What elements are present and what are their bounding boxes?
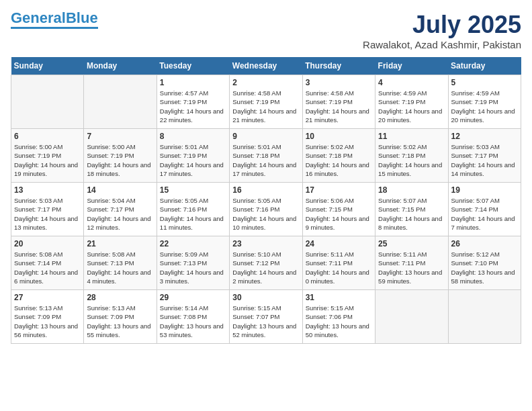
calendar-cell [448,290,521,344]
day-number: 6 [14,132,81,141]
calendar-cell: 20Sunrise: 5:08 AMSunset: 7:14 PMDayligh… [11,236,84,290]
cell-details: Sunrise: 4:59 AMSunset: 7:19 PMDaylight:… [378,89,445,124]
cell-details: Sunrise: 5:15 AMSunset: 7:06 PMDaylight:… [306,304,372,339]
calendar-cell: 5Sunrise: 4:59 AMSunset: 7:19 PMDaylight… [448,75,521,129]
day-number: 8 [160,132,226,141]
cell-details: Sunrise: 5:11 AMSunset: 7:11 PMDaylight:… [378,250,445,285]
logo-underline [11,27,98,29]
header-cell-saturday: Saturday [448,57,521,75]
cell-details: Sunrise: 5:00 AMSunset: 7:19 PMDaylight:… [87,142,153,178]
day-number: 14 [87,185,153,195]
logo-text: GeneralBlue [11,11,98,26]
cell-details: Sunrise: 5:08 AMSunset: 7:14 PMDaylight:… [14,250,81,285]
calendar-cell: 15Sunrise: 5:05 AMSunset: 7:16 PMDayligh… [157,183,229,236]
title-area: July 2025 Rawalakot, Azad Kashmir, Pakis… [363,11,521,50]
calendar-cell: 31Sunrise: 5:15 AMSunset: 7:06 PMDayligh… [302,290,375,344]
calendar-cell [375,290,448,344]
cell-details: Sunrise: 5:00 AMSunset: 7:19 PMDaylight:… [14,142,81,178]
calendar-cell: 7Sunrise: 5:00 AMSunset: 7:19 PMDaylight… [84,129,157,183]
week-row-2: 6Sunrise: 5:00 AMSunset: 7:19 PMDaylight… [11,129,521,183]
cell-details: Sunrise: 5:02 AMSunset: 7:18 PMDaylight:… [306,142,372,178]
calendar-body: 1Sunrise: 4:57 AMSunset: 7:19 PMDaylight… [11,75,521,344]
cell-details: Sunrise: 5:11 AMSunset: 7:11 PMDaylight:… [306,250,372,285]
day-number: 5 [451,78,518,87]
day-number: 3 [306,78,372,87]
calendar-cell: 24Sunrise: 5:11 AMSunset: 7:11 PMDayligh… [302,236,375,290]
calendar-cell: 8Sunrise: 5:01 AMSunset: 7:19 PMDaylight… [157,129,229,183]
cell-details: Sunrise: 4:57 AMSunset: 7:19 PMDaylight:… [160,89,226,124]
cell-details: Sunrise: 5:02 AMSunset: 7:18 PMDaylight:… [378,142,445,178]
cell-details: Sunrise: 5:01 AMSunset: 7:19 PMDaylight:… [160,142,226,178]
cell-details: Sunrise: 5:10 AMSunset: 7:12 PMDaylight:… [232,250,299,285]
day-number: 2 [232,78,299,87]
calendar-cell: 9Sunrise: 5:01 AMSunset: 7:18 PMDaylight… [230,129,302,183]
day-number: 21 [87,239,153,248]
cell-details: Sunrise: 5:04 AMSunset: 7:17 PMDaylight:… [87,196,153,232]
week-row-3: 13Sunrise: 5:03 AMSunset: 7:17 PMDayligh… [11,183,521,236]
header-cell-wednesday: Wednesday [230,57,302,75]
cell-details: Sunrise: 5:07 AMSunset: 7:15 PMDaylight:… [378,196,445,232]
day-number: 24 [306,239,372,248]
header-cell-tuesday: Tuesday [157,57,229,75]
cell-details: Sunrise: 5:03 AMSunset: 7:17 PMDaylight:… [14,196,81,232]
day-number: 23 [232,239,299,248]
day-number: 27 [14,293,81,302]
day-number: 18 [378,185,445,195]
cell-details: Sunrise: 4:59 AMSunset: 7:19 PMDaylight:… [451,89,518,124]
calendar-cell: 18Sunrise: 5:07 AMSunset: 7:15 PMDayligh… [375,183,448,236]
cell-details: Sunrise: 5:15 AMSunset: 7:07 PMDaylight:… [232,304,299,339]
day-number: 26 [451,239,518,248]
day-number: 9 [232,132,299,141]
calendar-cell: 12Sunrise: 5:03 AMSunset: 7:17 PMDayligh… [448,129,521,183]
cell-details: Sunrise: 5:06 AMSunset: 7:15 PMDaylight:… [306,196,372,232]
cell-details: Sunrise: 5:13 AMSunset: 7:09 PMDaylight:… [87,304,153,339]
day-number: 30 [232,293,299,302]
day-number: 28 [87,293,153,302]
logo: GeneralBlue [11,11,98,29]
day-number: 22 [160,239,226,248]
calendar-cell: 11Sunrise: 5:02 AMSunset: 7:18 PMDayligh… [375,129,448,183]
calendar-cell: 26Sunrise: 5:12 AMSunset: 7:10 PMDayligh… [448,236,521,290]
logo-blue: Blue [66,9,98,26]
calendar-cell: 25Sunrise: 5:11 AMSunset: 7:11 PMDayligh… [375,236,448,290]
header-cell-sunday: Sunday [11,57,84,75]
day-number: 16 [232,185,299,195]
cell-details: Sunrise: 5:09 AMSunset: 7:13 PMDaylight:… [160,250,226,285]
calendar-cell: 10Sunrise: 5:02 AMSunset: 7:18 PMDayligh… [302,129,375,183]
month-year: July 2025 [363,11,521,39]
day-number: 11 [378,132,445,141]
calendar-cell: 23Sunrise: 5:10 AMSunset: 7:12 PMDayligh… [230,236,302,290]
day-number: 13 [14,185,81,195]
header-cell-friday: Friday [375,57,448,75]
header-row: SundayMondayTuesdayWednesdayThursdayFrid… [11,57,521,75]
day-number: 10 [306,132,372,141]
day-number: 29 [160,293,226,302]
cell-details: Sunrise: 5:14 AMSunset: 7:08 PMDaylight:… [160,304,226,339]
day-number: 15 [160,185,226,195]
cell-details: Sunrise: 5:13 AMSunset: 7:09 PMDaylight:… [14,304,81,339]
cell-details: Sunrise: 5:05 AMSunset: 7:16 PMDaylight:… [232,196,299,232]
week-row-1: 1Sunrise: 4:57 AMSunset: 7:19 PMDaylight… [11,75,521,129]
cell-details: Sunrise: 4:58 AMSunset: 7:19 PMDaylight:… [306,89,372,124]
cell-details: Sunrise: 5:08 AMSunset: 7:13 PMDaylight:… [87,250,153,285]
calendar-cell: 29Sunrise: 5:14 AMSunset: 7:08 PMDayligh… [157,290,229,344]
day-number: 20 [14,239,81,248]
week-row-4: 20Sunrise: 5:08 AMSunset: 7:14 PMDayligh… [11,236,521,290]
day-number: 31 [306,293,372,302]
calendar-cell: 1Sunrise: 4:57 AMSunset: 7:19 PMDaylight… [157,75,229,129]
page-header: GeneralBlue July 2025 Rawalakot, Azad Ka… [11,11,521,50]
calendar-cell: 19Sunrise: 5:07 AMSunset: 7:14 PMDayligh… [448,183,521,236]
cell-details: Sunrise: 4:58 AMSunset: 7:19 PMDaylight:… [232,89,299,124]
week-row-5: 27Sunrise: 5:13 AMSunset: 7:09 PMDayligh… [11,290,521,344]
day-number: 12 [451,132,518,141]
day-number: 25 [378,239,445,248]
day-number: 4 [378,78,445,87]
calendar-cell: 14Sunrise: 5:04 AMSunset: 7:17 PMDayligh… [84,183,157,236]
day-number: 7 [87,132,153,141]
calendar-cell: 17Sunrise: 5:06 AMSunset: 7:15 PMDayligh… [302,183,375,236]
calendar-cell: 3Sunrise: 4:58 AMSunset: 7:19 PMDaylight… [302,75,375,129]
calendar-cell: 22Sunrise: 5:09 AMSunset: 7:13 PMDayligh… [157,236,229,290]
calendar-cell [84,75,157,129]
calendar-cell [11,75,84,129]
calendar-cell: 28Sunrise: 5:13 AMSunset: 7:09 PMDayligh… [84,290,157,344]
